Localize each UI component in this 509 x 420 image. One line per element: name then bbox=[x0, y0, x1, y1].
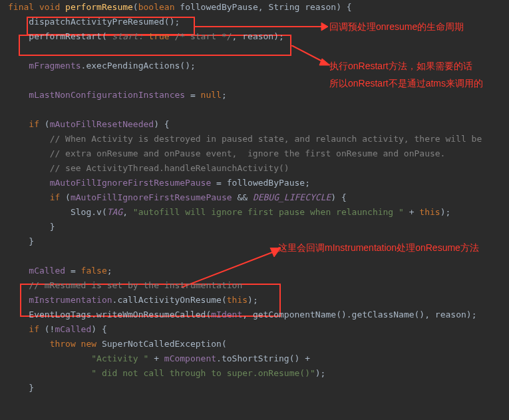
code-block: final void performResume(boolean followe… bbox=[8, 0, 509, 395]
